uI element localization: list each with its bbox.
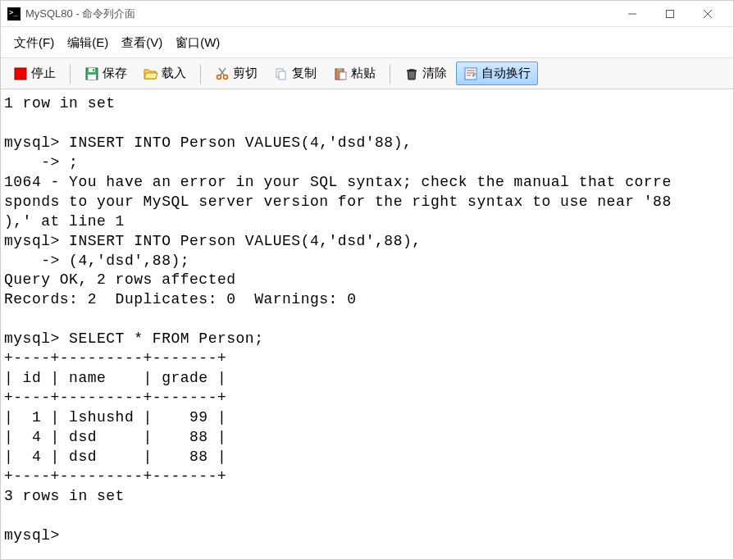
menu-window[interactable]: 窗口(W) xyxy=(171,34,225,52)
save-label: 保存 xyxy=(103,66,127,81)
paste-button[interactable]: 粘贴 xyxy=(326,61,383,85)
toolbar: 停止 保存 载入 剪切 复制 粘贴 清除 xyxy=(1,58,733,89)
menu-view[interactable]: 查看(V) xyxy=(116,34,167,52)
load-button[interactable]: 载入 xyxy=(136,61,194,85)
close-button[interactable] xyxy=(689,2,727,26)
wordwrap-button[interactable]: 自动换行 xyxy=(456,61,538,85)
stop-label: 停止 xyxy=(31,66,56,81)
separator xyxy=(70,64,71,84)
svg-rect-14 xyxy=(279,71,285,80)
minimize-button[interactable] xyxy=(613,2,651,26)
trash-icon xyxy=(404,66,419,81)
minimize-icon xyxy=(628,10,636,18)
save-button[interactable]: 保存 xyxy=(77,61,134,85)
cut-label: 剪切 xyxy=(233,66,258,81)
cut-button[interactable]: 剪切 xyxy=(207,61,265,85)
wordwrap-label: 自动换行 xyxy=(481,66,531,81)
separator xyxy=(390,64,390,84)
app-icon xyxy=(7,7,21,20)
clear-label: 清除 xyxy=(422,66,447,81)
maximize-button[interactable] xyxy=(651,2,689,26)
menu-edit[interactable]: 编辑(E) xyxy=(62,34,113,52)
window-title: MySQL80 - 命令列介面 xyxy=(25,7,613,21)
maximize-icon xyxy=(666,10,674,18)
svg-point-9 xyxy=(217,75,221,79)
paste-label: 粘贴 xyxy=(351,66,376,81)
svg-rect-4 xyxy=(15,68,26,80)
stop-icon xyxy=(13,66,28,81)
clear-button[interactable]: 清除 xyxy=(397,61,454,85)
wordwrap-icon xyxy=(463,66,478,81)
svg-rect-16 xyxy=(337,68,342,71)
copy-button[interactable]: 复制 xyxy=(267,61,324,85)
svg-rect-17 xyxy=(340,72,346,80)
folder-open-icon xyxy=(144,66,158,81)
svg-rect-1 xyxy=(667,10,674,17)
console-output[interactable]: 1 row in set mysql> INSERT INTO Person V… xyxy=(1,89,733,551)
scissors-icon xyxy=(215,66,230,81)
menubar: 文件(F) 编辑(E) 查看(V) 窗口(W) xyxy=(1,27,733,58)
load-label: 载入 xyxy=(162,66,186,81)
svg-rect-7 xyxy=(88,75,96,80)
menu-file[interactable]: 文件(F) xyxy=(9,34,59,52)
window-controls xyxy=(613,2,727,26)
copy-label: 复制 xyxy=(292,66,317,81)
stop-button[interactable]: 停止 xyxy=(6,61,63,85)
copy-icon xyxy=(274,66,289,81)
save-icon xyxy=(84,66,99,81)
svg-point-10 xyxy=(224,75,228,79)
separator xyxy=(200,64,201,84)
close-icon xyxy=(704,10,712,18)
svg-rect-8 xyxy=(93,69,94,71)
clipboard-icon xyxy=(333,66,348,81)
titlebar: MySQL80 - 命令列介面 xyxy=(1,1,733,27)
